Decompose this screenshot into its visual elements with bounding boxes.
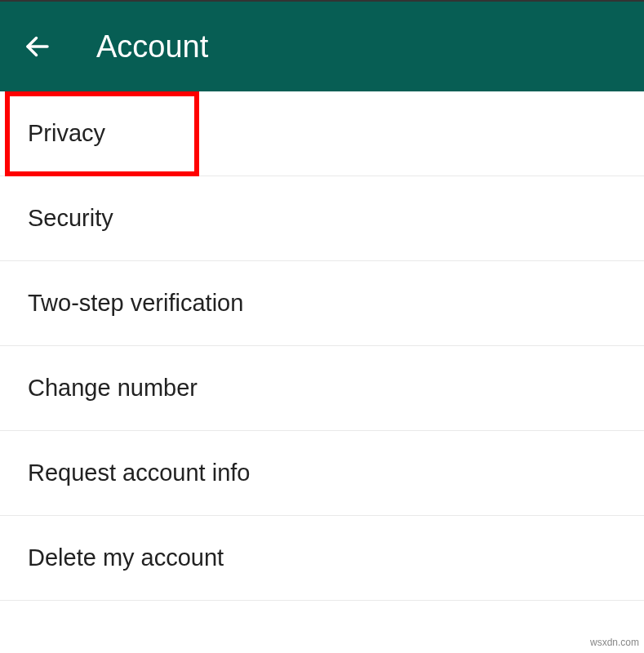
list-item-label: Change number xyxy=(28,375,198,402)
watermark: wsxdn.com xyxy=(590,637,639,648)
list-item-label: Request account info xyxy=(28,460,250,486)
list-item-change-number[interactable]: Change number xyxy=(0,346,644,431)
settings-list: Privacy Security Two-step verification C… xyxy=(0,91,644,601)
list-item-security[interactable]: Security xyxy=(0,176,644,261)
list-item-label: Delete my account xyxy=(28,544,224,571)
app-bar: Account xyxy=(0,0,644,91)
list-item-delete-my-account[interactable]: Delete my account xyxy=(0,516,644,601)
list-item-label: Privacy xyxy=(28,120,105,147)
list-item-request-account-info[interactable]: Request account info xyxy=(0,431,644,516)
page-title: Account xyxy=(96,29,208,64)
list-item-label: Security xyxy=(28,205,113,232)
list-item-label: Two-step verification xyxy=(28,290,243,317)
list-item-two-step-verification[interactable]: Two-step verification xyxy=(0,261,644,346)
list-item-privacy[interactable]: Privacy xyxy=(0,91,644,176)
back-arrow-icon[interactable] xyxy=(23,32,52,61)
